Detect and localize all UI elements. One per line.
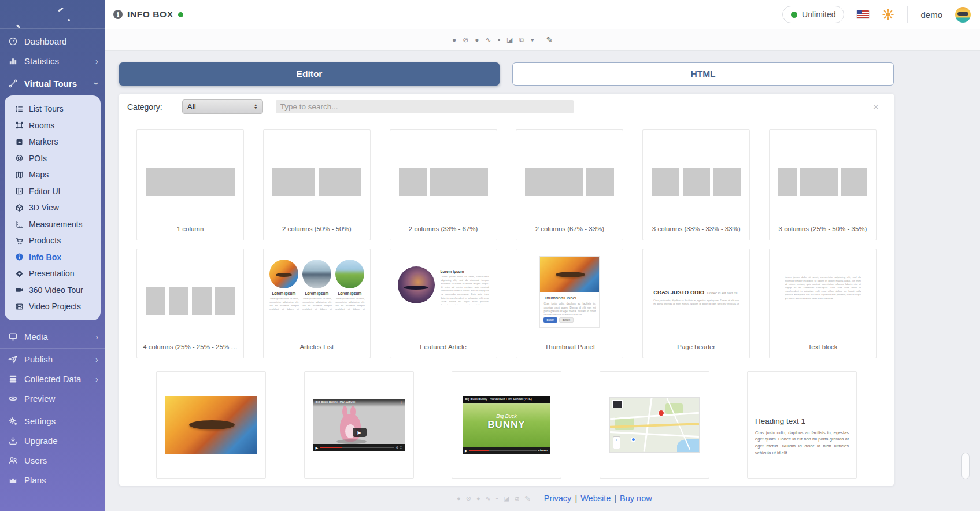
zoom-out-button[interactable]: −: [615, 444, 617, 448]
sidebar-item-label: Statistics: [24, 56, 59, 66]
sidebar-item-info-box[interactable]: Info Box: [5, 249, 101, 266]
template-card-articles-list[interactable]: Lorem ipsumLorem ipsum dolor sit amet, c…: [263, 249, 371, 358]
copy-icon[interactable]: ⧉: [519, 36, 524, 43]
virtual-tours-submenu: List Tours Rooms Markers POIs Maps Edito…: [5, 95, 101, 320]
column-preview: [778, 168, 867, 196]
template-card-4-columns[interactable]: 4 columns (25% - 25% - 25% …: [136, 249, 244, 358]
column-bar: [652, 168, 679, 196]
sidebar-item-360-video-tour[interactable]: 360 Video Tour: [5, 282, 101, 299]
template-card-2-columns-67-33[interactable]: 2 columns (67% - 33%): [516, 129, 623, 240]
sidebar-item-label: Publish: [24, 354, 53, 364]
info-icon: [15, 253, 24, 261]
template-card-page-header[interactable]: CRAS JUSTO ODIO Donec id elit non mi Cra…: [642, 249, 750, 358]
sidebar-item-media[interactable]: Media ›: [0, 327, 105, 347]
page-header-preview: CRAS JUSTO ODIO Donec id elit non mi Cra…: [643, 249, 749, 306]
sidebar-item-settings[interactable]: Settings: [0, 412, 105, 431]
close-icon[interactable]: ×: [872, 102, 879, 112]
sidebar-item-pois[interactable]: POIs: [5, 150, 101, 167]
sidebar-item-publish[interactable]: Publish ›: [0, 350, 105, 369]
edit-icon[interactable]: ✎: [546, 36, 553, 44]
privacy-link[interactable]: Privacy: [544, 494, 572, 503]
divider: [907, 6, 908, 23]
cart-icon: [15, 236, 24, 245]
shape-icon[interactable]: ◪: [506, 36, 513, 43]
template-card-1-column[interactable]: 1 column: [136, 129, 244, 240]
chevron-down-icon: ›: [93, 82, 101, 85]
user-avatar[interactable]: [955, 7, 971, 23]
sidebar-item-editor-ui[interactable]: Editor UI: [5, 183, 101, 200]
sidebar-item-list-tours[interactable]: List Tours: [5, 101, 101, 117]
chevron-right-icon: ›: [95, 57, 98, 65]
info-icon[interactable]: i: [113, 10, 123, 19]
template-label: Page header: [643, 343, 749, 358]
template-card-2-columns-50-50[interactable]: 2 columns (50% - 50%): [263, 129, 371, 240]
sidebar-item-video-projects[interactable]: Video Projects: [5, 298, 101, 315]
template-card-map[interactable]: + −: [600, 371, 709, 479]
eye-off-icon[interactable]: ⊘: [463, 36, 468, 43]
template-card-text-block[interactable]: Lorem ipsum dolor sit amet, consectetur …: [769, 249, 877, 358]
video-controls: ▶ ⚙ ⛶: [313, 444, 405, 451]
search-input[interactable]: [276, 100, 574, 113]
circle-icon[interactable]: ●: [475, 36, 479, 43]
template-card-thumbnail-panel[interactable]: Thumbnail label Cras justo odio, dapibus…: [516, 249, 623, 358]
sidebar-item-virtual-tours[interactable]: Virtual Tours ›: [0, 73, 105, 93]
sidebar-item-users[interactable]: Users: [0, 451, 105, 471]
page-title-group: i INFO BOX: [113, 9, 183, 20]
template-card-featured-article[interactable]: Lorem ipsumLorem ipsum dolor sit amet, c…: [390, 249, 497, 358]
logo-area[interactable]: [0, 0, 105, 29]
thumbnail-heading: Thumbnail label: [543, 295, 596, 301]
sidebar-item-dashboard[interactable]: Dashboard: [0, 31, 105, 51]
dot-icon[interactable]: ●: [452, 36, 456, 43]
plan-badge[interactable]: Unlimited: [782, 6, 844, 23]
sidebar-item-plans[interactable]: Plans: [0, 471, 105, 490]
sidebar-item-collected-data[interactable]: Collected Data ›: [0, 369, 105, 389]
square-icon[interactable]: ▪: [498, 36, 500, 43]
language-flag-icon[interactable]: [857, 10, 869, 18]
scrollbar-thumb[interactable]: [961, 453, 970, 479]
buy-now-link[interactable]: Buy now: [620, 494, 652, 503]
template-card-image[interactable]: [156, 371, 266, 479]
featured-text: Lorem ipsum dolor sit amet, consectetur …: [441, 275, 489, 305]
sidebar-item-products[interactable]: Products: [5, 232, 101, 249]
monitor-icon: [8, 332, 18, 342]
sidebar-item-preview[interactable]: Preview: [0, 389, 105, 409]
play-icon: ▶: [465, 449, 468, 453]
sidebar-item-label: Upgrade: [24, 436, 58, 446]
sidebar-item-3d-view[interactable]: 3D View: [5, 199, 101, 216]
tab-editor[interactable]: Editor: [119, 62, 500, 86]
sidebar-item-statistics[interactable]: Statistics ›: [0, 51, 105, 71]
template-grid-row-2: 4 columns (25% - 25% - 25% … Lorem ipsum…: [119, 240, 894, 358]
template-card-3-columns-25-50-35[interactable]: 3 columns (25% - 50% - 35%): [769, 129, 877, 240]
article-text: Lorem ipsum dolor sit amet, consectetur …: [335, 297, 365, 312]
template-card-vimeo-video[interactable]: Big Buck Bunny - Vancouver Film School (…: [452, 371, 561, 479]
sidebar-nav: Dashboard Statistics › Virtual Tours › L…: [0, 29, 105, 490]
category-select[interactable]: All ▲▼: [182, 99, 263, 114]
template-card-2-columns-33-67[interactable]: 2 columns (33% - 67%): [390, 129, 497, 240]
main-area: i INFO BOX Unlimited demo: [105, 0, 980, 511]
sidebar-item-maps[interactable]: Maps: [5, 166, 101, 183]
editor-toolbar: ● ⊘ ● ∿ ▪ ◪ ⧉ ▾ ✎: [105, 29, 980, 51]
tab-html[interactable]: HTML: [512, 62, 894, 86]
zoom-in-button[interactable]: +: [615, 438, 617, 442]
chevron-down-icon[interactable]: ▾: [531, 36, 534, 43]
sidebar-item-label: Media: [24, 332, 48, 342]
fullscreen-icon: ⛶: [400, 446, 402, 450]
sidebar-item-upgrade[interactable]: Upgrade: [0, 431, 105, 451]
select-arrows-icon: ▲▼: [254, 104, 258, 109]
sun-icon[interactable]: [882, 8, 894, 21]
template-card-youtube-video[interactable]: Big Buck Bunny (HD 1080p) ⋮ ▶ ▶ ⚙ ⛶: [304, 371, 414, 479]
gear-icon: [8, 416, 18, 426]
shape-icon: ◪: [504, 495, 509, 502]
template-card-3-columns-33-33-33[interactable]: 3 columns (33% - 33% - 33%): [642, 129, 750, 240]
map-zoom-control[interactable]: + −: [613, 436, 620, 449]
sidebar-item-measurements[interactable]: Measurements: [5, 216, 101, 233]
wave-icon[interactable]: ∿: [486, 36, 491, 43]
marker-icon: [15, 138, 24, 146]
editor-ui-icon: [15, 187, 24, 195]
top-header: i INFO BOX Unlimited demo: [105, 0, 980, 29]
sidebar-item-markers[interactable]: Markers: [5, 134, 101, 150]
template-card-heading-text[interactable]: Heading text 1 Cras justo odio, dapibus …: [747, 371, 857, 479]
sidebar-item-rooms[interactable]: Rooms: [5, 117, 101, 134]
website-link[interactable]: Website: [580, 494, 611, 503]
sidebar-item-presentation[interactable]: Presentation: [5, 265, 101, 282]
